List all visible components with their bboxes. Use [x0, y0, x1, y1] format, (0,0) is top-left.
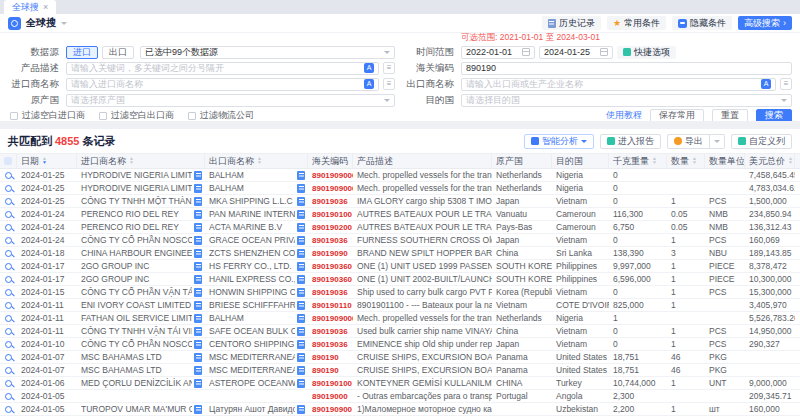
importer-name[interactable]: CÔNG TY CỔ PHẦN VẬN TẢI VÀ TIẾP VẬN P: [81, 287, 192, 297]
importer-cell[interactable]: CÔNG TY TNHH MỘT THÀNH VIÊN ĐÔNG TÀ: [77, 195, 205, 207]
exporter-cell[interactable]: SAFE OCEAN BULK CARRIER PTE LTD: [205, 325, 308, 337]
origin-country-select[interactable]: 请选择原产国: [66, 94, 395, 107]
company-profile-icon[interactable]: [194, 275, 202, 284]
company-profile-icon[interactable]: [194, 262, 202, 271]
company-profile-icon[interactable]: [194, 327, 202, 336]
hs-code-cell[interactable]: 89019036: [308, 325, 353, 337]
row-detail-cell[interactable]: [0, 325, 17, 337]
magnifier-icon[interactable]: [5, 354, 12, 361]
magnifier-icon[interactable]: [5, 276, 12, 283]
sort-icon[interactable]: ▲▼: [692, 157, 697, 164]
hs-code-cell[interactable]: 89019036: [308, 286, 353, 298]
hs-code-cell[interactable]: 890190200: [308, 221, 353, 233]
exporter-cell[interactable]: Цатурян Ашот Давидович: [205, 403, 308, 415]
exporter-name[interactable]: ZCTS SHENZHEN CO., LTD: [209, 248, 295, 258]
hs-code-input[interactable]: 890190: [461, 62, 792, 75]
company-profile-icon[interactable]: [297, 197, 305, 206]
exporter-name[interactable]: MSC MEDITERRANEAN SHIPPING CO. (PAN: [209, 365, 295, 375]
company-profile-icon[interactable]: [194, 340, 202, 349]
hs-code-cell[interactable]: 890190110: [308, 299, 353, 311]
row-detail-cell[interactable]: [0, 247, 17, 259]
data-source-select[interactable]: 已选中99个数据源: [140, 46, 395, 59]
exporter-name[interactable]: HS FERRY CO., LTD.: [209, 261, 295, 271]
hs-code-cell[interactable]: 89019000: [308, 390, 353, 402]
company-profile-icon[interactable]: [297, 249, 305, 258]
hs-code-cell[interactable]: 890190: [308, 364, 353, 376]
exporter-cell[interactable]: PAN MARINE INTERNATIONAL -INC: [205, 208, 308, 220]
exporter-cell[interactable]: GRACE OCEAN PRIVATE LIMITED: [205, 234, 308, 246]
tab-close-icon[interactable]: ×: [43, 2, 48, 12]
header-kg-weight[interactable]: 千克重量▲▼: [609, 154, 667, 168]
start-date-input[interactable]: 2022-01-01: [461, 46, 535, 59]
importer-name[interactable]: 2GO GROUP INC: [81, 274, 192, 284]
importer-name[interactable]: CÔNG TY TNHH VẬN TẢI VIỆT THUẬN: [81, 326, 192, 336]
importer-cell[interactable]: CÔNG TY CỔ PHẦN NOSCO SHIPYARD: [77, 234, 205, 246]
export-dropdown-button[interactable]: [710, 134, 725, 149]
exporter-cell[interactable]: MKA SHIPPING L.L.C: [205, 195, 308, 207]
exporter-cell[interactable]: ASTEROPE OCEANWAY LIMITED: [205, 377, 308, 389]
row-detail-cell[interactable]: [0, 403, 17, 415]
exporter-cell[interactable]: MSC MEDITERRANEAN SHIPPING CO. (PAN: [205, 351, 308, 363]
row-detail-cell[interactable]: [0, 338, 17, 350]
sort-icon[interactable]: ▲▼: [129, 157, 134, 164]
company-profile-icon[interactable]: [297, 236, 305, 245]
company-profile-icon[interactable]: [297, 314, 305, 323]
hs-code-cell[interactable]: 8901909000: [308, 169, 353, 181]
importer-cell[interactable]: TUROPOV UMAR MA'MUR O'G'LI: [77, 403, 205, 415]
importer-cell[interactable]: FATHAN OIL SERVICE LIMITED: [77, 312, 205, 324]
exporter-name[interactable]: PAN MARINE INTERNATIONAL -INC: [209, 209, 295, 219]
magnifier-icon[interactable]: [5, 289, 12, 296]
export-button[interactable]: 导出: [667, 134, 710, 149]
sort-icon[interactable]: ▲▼: [652, 157, 657, 164]
company-profile-icon[interactable]: [297, 262, 305, 271]
header-quantity[interactable]: 数量▲▼: [667, 154, 705, 168]
importer-name[interactable]: CHINA HARBOUR ENGINEERING CO LTD: [81, 248, 192, 258]
hs-code-cell[interactable]: 890190: [308, 351, 353, 363]
exporter-cell[interactable]: ZCTS SHENZHEN CO., LTD: [205, 247, 308, 259]
more-options-icon[interactable]: ≡: [383, 78, 395, 90]
quick-options-button[interactable]: 快捷选项: [617, 46, 676, 59]
importer-cell[interactable]: 2GO GROUP INC: [77, 260, 205, 272]
exporter-name[interactable]: ACTA MARINE B.V: [209, 222, 295, 232]
company-profile-icon[interactable]: [194, 184, 202, 193]
row-detail-cell[interactable]: [0, 377, 17, 389]
company-profile-icon[interactable]: [297, 288, 305, 297]
company-profile-icon[interactable]: [194, 171, 202, 180]
smart-analysis-button[interactable]: 智能分析: [524, 134, 594, 149]
importer-input[interactable]: 请输入进口商名称 A: [66, 78, 379, 91]
row-detail-cell[interactable]: [0, 195, 17, 207]
hs-code-cell[interactable]: 890190900: [308, 403, 353, 415]
importer-cell[interactable]: ENI IVORY COAST LIMITED: [77, 299, 205, 311]
company-profile-icon[interactable]: [297, 184, 305, 193]
exporter-name[interactable]: CENTORO SHIPPING S.A. C/O DAIICHI CHU: [209, 339, 295, 349]
importer-cell[interactable]: 2GO GROUP INC: [77, 273, 205, 285]
importer-cell[interactable]: CÔNG TY CỔ PHẦN NOSCO SHIPYARD: [77, 338, 205, 350]
sort-icon[interactable]: ▲▼: [788, 157, 793, 164]
exporter-cell[interactable]: HS FERRY CO., LTD.: [205, 260, 308, 272]
importer-name[interactable]: HYDRODIVE NIGERIA LIMITED: [81, 183, 192, 193]
exporter-name[interactable]: ASTEROPE OCEANWAY LIMITED: [209, 378, 295, 388]
company-profile-icon[interactable]: [194, 197, 202, 206]
importer-name[interactable]: CÔNG TY CỔ PHẦN NOSCO SHIPYARD: [81, 235, 192, 245]
importer-name[interactable]: ENI IVORY COAST LIMITED: [81, 300, 192, 310]
magnifier-icon[interactable]: [5, 328, 12, 335]
hs-code-cell[interactable]: 890190100: [308, 208, 353, 220]
company-profile-icon[interactable]: [297, 210, 305, 219]
exporter-cell[interactable]: BALHAM: [205, 169, 308, 181]
importer-name[interactable]: 2GO GROUP INC: [81, 261, 192, 271]
company-profile-icon[interactable]: [194, 249, 202, 258]
magnifier-icon[interactable]: [5, 380, 12, 387]
importer-name[interactable]: FATHAN OIL SERVICE LIMITED: [81, 313, 192, 323]
chevron-down-icon[interactable]: [61, 22, 67, 25]
magnifier-icon[interactable]: [5, 172, 12, 179]
magnifier-icon[interactable]: [5, 367, 12, 374]
hs-code-cell[interactable]: 89019036: [308, 338, 353, 350]
company-profile-icon[interactable]: [194, 301, 202, 310]
importer-cell[interactable]: PERENCO RIO DEL REY: [77, 221, 205, 233]
magnifier-icon[interactable]: [5, 224, 12, 231]
header-exporter[interactable]: 出口商名称▲▼: [205, 154, 308, 168]
magnifier-icon[interactable]: [5, 341, 12, 348]
importer-cell[interactable]: HYDRODIVE NIGERIA LIMITED: [77, 169, 205, 181]
importer-cell[interactable]: CÔNG TY CỔ PHẦN VẬN TẢI VÀ TIẾP VẬN P: [77, 286, 205, 298]
hs-code-cell[interactable]: 89019090: [308, 247, 353, 259]
